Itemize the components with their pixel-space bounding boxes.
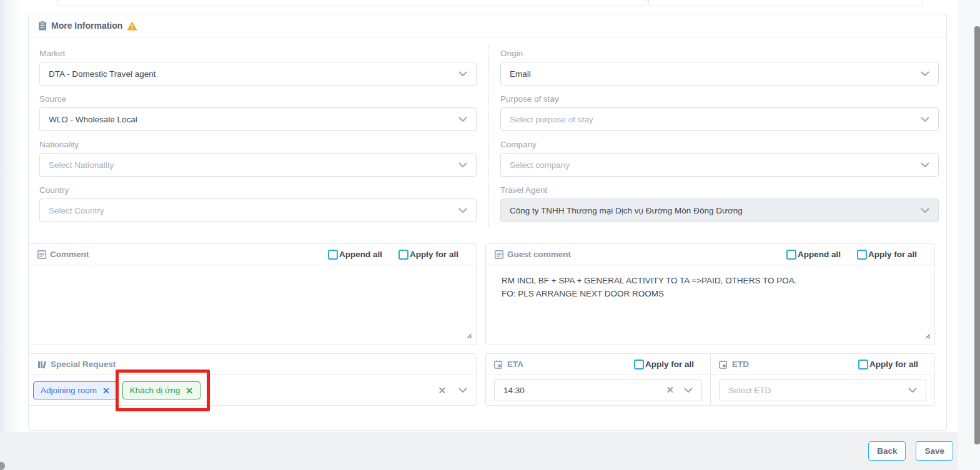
chevron-down-icon [908, 388, 917, 393]
eta-value: 14:30 [503, 386, 525, 395]
guest-comment-apply-all-label: Apply for all [868, 250, 917, 259]
eta-title: ETA [507, 360, 523, 369]
eta-apply-all-label: Apply for all [645, 360, 694, 369]
special-request-panel: Special Request Adjoining room ✕ Khách d… [28, 353, 477, 406]
checkbox-icon[interactable] [858, 360, 868, 370]
source-select[interactable]: WLO - Wholesale Local [39, 107, 477, 131]
chevron-down-icon [458, 208, 467, 213]
more-information-header: More Information [29, 14, 946, 37]
eta-select[interactable]: 14:30 ✕ [494, 379, 702, 401]
etd-title: ETD [732, 360, 749, 369]
resize-handle-icon[interactable] [465, 330, 472, 341]
company-label: Company [500, 140, 939, 149]
field-origin: Origin Email [500, 49, 939, 86]
purpose-of-stay-placeholder: Select purpose of stay [510, 115, 593, 124]
comment-lines-icon [37, 250, 46, 259]
chevron-down-icon[interactable] [458, 388, 467, 393]
cropped-top-panel-right [648, 0, 923, 6]
field-source: Source WLO - Wholesale Local [39, 94, 477, 131]
field-purpose-of-stay: Purpose of stay Select purpose of stay [500, 94, 939, 131]
cropped-top-panel-left [57, 0, 646, 6]
chevron-down-icon [684, 388, 693, 393]
more-information-fields: Market DTA - Domestic Travel agent Origi… [29, 37, 946, 232]
field-market: Market DTA - Domestic Travel agent [39, 49, 477, 86]
comment-apply-all-checkbox-group[interactable]: Apply for all [398, 250, 458, 260]
comment-append-all-checkbox-group[interactable]: Append all [328, 250, 382, 260]
nationality-label: Nationality [39, 140, 477, 149]
vertical-scrollbar-thumb[interactable] [974, 26, 980, 444]
travel-agent-select[interactable]: Công ty TNHH Thương mại Dịch vụ Đường Mò… [500, 198, 939, 222]
source-value: WLO - Wholesale Local [49, 115, 137, 124]
special-request-header: Special Request [29, 354, 476, 375]
page-title: More Information [51, 21, 122, 31]
checkbox-icon[interactable] [857, 250, 867, 260]
tag-khach-di-ung[interactable]: Khách dị ứng ✕ [122, 381, 200, 399]
comment-apply-all-label: Apply for all [410, 250, 458, 259]
chevron-down-icon [921, 71, 929, 77]
company-placeholder: Select company [510, 160, 570, 170]
guest-comment-append-all-checkbox-group[interactable]: Append all [786, 250, 841, 260]
comment-panel: Comment Append all Apply for all [28, 243, 477, 345]
etd-placeholder: Select ETD [728, 386, 771, 395]
checkbox-icon[interactable] [786, 250, 796, 260]
market-select[interactable]: DTA - Domestic Travel agent [39, 62, 477, 86]
footer-bar: Back Save [0, 432, 958, 470]
books-icon [37, 360, 47, 369]
travel-agent-label: Travel Agent [500, 185, 939, 195]
comment-title: Comment [50, 250, 89, 259]
company-select[interactable]: Select company [500, 153, 939, 177]
tag-adjoining-room[interactable]: Adjoining room ✕ [33, 381, 117, 399]
etd-section: ETD Apply for all Select ETD [710, 354, 934, 405]
eta-header: ETA Apply for all [486, 354, 710, 375]
country-placeholder: Select Country [49, 206, 104, 215]
clear-all-icon[interactable]: ✕ [438, 385, 446, 396]
warning-triangle-icon [127, 21, 137, 31]
country-select[interactable]: Select Country [39, 198, 477, 222]
tag-label: Adjoining room [41, 386, 97, 395]
purpose-of-stay-select[interactable]: Select purpose of stay [500, 107, 939, 131]
tag-remove-icon[interactable]: ✕ [186, 386, 193, 396]
etd-select[interactable]: Select ETD [719, 379, 926, 401]
market-value: DTA - Domestic Travel agent [49, 69, 156, 79]
resize-handle-icon[interactable] [924, 330, 931, 341]
eta-section: ETA Apply for all 14:30 ✕ [486, 354, 710, 405]
chevron-down-icon [921, 117, 929, 122]
left-edge-strip [0, 0, 19, 432]
guest-comment-line-2: FO: PLS ARRANGE NEXT DOOR ROOMS [502, 288, 919, 301]
origin-select[interactable]: Email [500, 62, 939, 86]
source-label: Source [39, 94, 477, 104]
country-label: Country [39, 185, 477, 195]
calendar-icon [494, 360, 502, 369]
special-request-select[interactable]: Adjoining room ✕ Khách dị ứng ✕ ✕ [29, 375, 476, 406]
special-request-title: Special Request [51, 360, 116, 369]
comment-textarea[interactable] [29, 265, 476, 345]
guest-comment-apply-all-checkbox-group[interactable]: Apply for all [857, 250, 917, 260]
chevron-down-icon [921, 208, 929, 213]
origin-label: Origin [500, 49, 939, 58]
save-button[interactable]: Save [916, 441, 953, 461]
eta-apply-all-checkbox-group[interactable]: Apply for all [634, 360, 694, 370]
chevron-down-icon [921, 162, 929, 168]
comment-lines-icon [495, 250, 503, 259]
guest-comment-textarea[interactable]: RM INCL BF + SPA + GENERAL ACTIVITY TO T… [486, 265, 934, 345]
chevron-down-icon [458, 117, 467, 122]
tag-remove-icon[interactable]: ✕ [102, 386, 110, 396]
etd-apply-all-label: Apply for all [869, 360, 918, 369]
checkbox-icon[interactable] [398, 250, 408, 260]
field-country: Country Select Country [39, 185, 477, 222]
tag-label: Khách dị ứng [130, 386, 180, 395]
guest-comment-panel: Guest comment Append all Apply for all R… [485, 243, 935, 345]
etd-apply-all-checkbox-group[interactable]: Apply for all [858, 360, 918, 370]
market-label: Market [39, 49, 477, 58]
clear-icon[interactable]: ✕ [666, 384, 674, 396]
checkbox-icon[interactable] [328, 250, 338, 260]
field-travel-agent: Travel Agent Công ty TNHH Thương mại Dịc… [500, 185, 939, 222]
calendar-icon [719, 360, 727, 369]
guest-comment-title: Guest comment [507, 250, 571, 259]
guest-comment-append-all-label: Append all [798, 250, 841, 259]
purpose-of-stay-label: Purpose of stay [500, 94, 939, 104]
clipboard-icon [38, 21, 47, 31]
back-button[interactable]: Back [868, 441, 906, 461]
checkbox-icon[interactable] [634, 360, 644, 370]
nationality-select[interactable]: Select Nationality [39, 153, 477, 177]
